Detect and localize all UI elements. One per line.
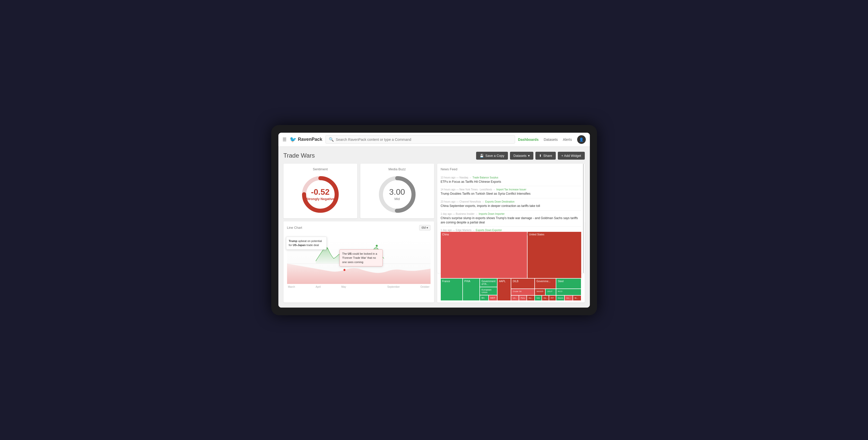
- treemap-un[interactable]: Un...: [511, 296, 519, 300]
- news-tag-5[interactable]: Exports Down Exporter: [475, 229, 502, 232]
- page-content: Trade Wars 💾 Save a Copy Datasets ▾ ⬆ Sh…: [278, 147, 590, 308]
- treemap-gov2-sub2: SSI De... FIT: [535, 296, 556, 300]
- share-icon: ⬆: [539, 154, 542, 158]
- buzz-title: Media Buzz: [389, 167, 406, 171]
- treemap-crude[interactable]: Crude Oil: [511, 289, 534, 295]
- treemap-container: China United States France: [441, 232, 581, 300]
- treemap-eu[interactable]: European Union: [480, 287, 497, 295]
- dropdown-icon: ▾: [528, 154, 530, 158]
- treemap-ba[interactable]: BA: [480, 295, 488, 300]
- treemap-sub-row: European Union: [480, 287, 497, 295]
- search-icon: 🔍: [329, 137, 334, 142]
- buzz-label: Mid: [395, 197, 400, 201]
- treemap-rco[interactable]: RCO: [556, 289, 581, 295]
- treemap-bi[interactable]: Bi...: [573, 296, 581, 300]
- logo: 🐦 RavenPack: [289, 136, 322, 143]
- time-selector[interactable]: 6M ▾: [419, 225, 430, 231]
- news-item-4[interactable]: 1 day ago — Business Insider → Imports D…: [441, 210, 581, 227]
- treemap-peru[interactable]: Peru: [519, 296, 527, 300]
- news-meta-5: 1 day ago — Edge Markets → Exports Down …: [441, 229, 581, 232]
- treemap-france[interactable]: France: [441, 279, 462, 300]
- page-header: Trade Wars 💾 Save a Copy Datasets ▾ ⬆ Sh…: [283, 152, 585, 160]
- treemap-small-row: Crude Oil: [511, 289, 534, 295]
- main-grid: Sentiment -0.52 Strongly Negative: [283, 164, 585, 303]
- datasets-button[interactable]: Datasets ▾: [510, 152, 533, 160]
- treemap-dilb-group: DILB Crude Oil Un...: [511, 279, 534, 300]
- save-icon: 💾: [480, 154, 484, 158]
- sentiment-widget: Sentiment -0.52 Strongly Negative: [283, 164, 357, 218]
- treemap-mdt[interactable]: MDT: [489, 295, 497, 300]
- news-item-1[interactable]: 13 hours ago — Nasdaq → Trade Balance Su…: [441, 174, 581, 186]
- buzz-value: 3.00: [389, 188, 405, 197]
- treemap-gov[interactable]: Government of th...: [480, 279, 497, 287]
- search-bar[interactable]: 🔍: [326, 135, 515, 144]
- treemap-dilb[interactable]: DILB: [511, 279, 534, 289]
- news-headline-3[interactable]: China September exports, imports in deep…: [441, 204, 581, 208]
- search-input[interactable]: [336, 137, 512, 142]
- scrollbar[interactable]: [583, 164, 584, 273]
- treemap-un2[interactable]: Un...: [565, 296, 572, 300]
- treemap-electr[interactable]: Electr...: [556, 296, 564, 300]
- buzz-donut: 3.00 Mid: [377, 174, 417, 215]
- treemap-row-1: China United States: [441, 232, 581, 278]
- news-headline-2[interactable]: Trump Doubles Tariffs on Turkish Steel a…: [441, 192, 581, 196]
- page-title: Trade Wars: [283, 152, 315, 159]
- treemap-row-2: France PHIA Government of th...: [441, 279, 581, 300]
- treemap-aapl[interactable]: AAPL: [497, 279, 511, 300]
- treemap-gov2[interactable]: Governme...: [535, 279, 556, 289]
- nav-datasets[interactable]: Datasets: [544, 137, 558, 142]
- treemap-small-row2: Un... Peru Go...: [511, 296, 534, 300]
- tooltip-trump: Trump upbeat on potential for US-Japan t…: [286, 237, 327, 249]
- tooltip-forever-war: The US could be locked in a 'Forever Tra…: [339, 249, 383, 267]
- news-headline-4[interactable]: China's surprise slump in exports shows …: [441, 216, 581, 225]
- nav-links: Dashboards Datasets Alerts 👤: [518, 135, 586, 144]
- news-meta-4: 1 day ago — Business Insider → Imports D…: [441, 212, 581, 215]
- treemap-steel-sub: RCO: [556, 289, 581, 295]
- save-copy-button[interactable]: 💾 Save a Copy: [476, 152, 508, 160]
- top-nav: ☰ 🐦 RavenPack 🔍 Dashboards Datasets Aler…: [278, 133, 590, 147]
- share-button[interactable]: ⬆ Share: [535, 152, 556, 160]
- treemap-gov-group: Government of th... European Union: [480, 279, 497, 300]
- treemap-de[interactable]: De...: [542, 296, 549, 300]
- logo-text: RavenPack: [298, 137, 322, 142]
- news-tag-3[interactable]: Exports Down Destination: [485, 200, 515, 203]
- sentiment-label: Strongly Negative: [306, 197, 334, 201]
- header-actions: 💾 Save a Copy Datasets ▾ ⬆ Share + Add W…: [476, 152, 585, 160]
- treemap-sub-row2: BA MDT: [480, 295, 497, 300]
- news-item-2[interactable]: 14 hours ago — New York Times · LexisNex…: [441, 186, 581, 198]
- svg-point-6: [343, 269, 345, 271]
- add-widget-button[interactable]: + Add Widget: [558, 152, 585, 160]
- treemap-gov2-sub: 500325 JOUT: [535, 289, 556, 295]
- news-tag-1[interactable]: Trade Balance Surplus: [472, 176, 498, 179]
- treemap-phia[interactable]: PHIA: [463, 279, 479, 300]
- treemap-go[interactable]: Go...: [527, 296, 534, 300]
- avatar[interactable]: 👤: [577, 135, 586, 144]
- nav-dashboards[interactable]: Dashboards: [518, 137, 539, 142]
- treemap-china[interactable]: China: [441, 232, 527, 278]
- logo-icon: 🐦: [289, 136, 297, 143]
- device-frame: ☰ 🐦 RavenPack 🔍 Dashboards Datasets Aler…: [271, 125, 597, 315]
- newsfeed-title: News Feed: [441, 167, 581, 171]
- treemap-steel-group: Steel RCO Electr...: [556, 279, 581, 300]
- treemap-fit[interactable]: FIT: [549, 296, 556, 300]
- linechart-widget: Line Chart 6M ▾ Trump upbeat on potentia…: [283, 222, 434, 303]
- treemap-united-states[interactable]: United States: [528, 232, 581, 278]
- treemap-jout[interactable]: JOUT: [546, 289, 556, 295]
- treemap-steel[interactable]: Steel: [556, 279, 581, 289]
- hamburger-icon[interactable]: ☰: [282, 137, 286, 142]
- sentiment-center: -0.52 Strongly Negative: [306, 188, 334, 201]
- news-tag-4[interactable]: Imports Down Importer: [479, 212, 505, 215]
- treemap-500325[interactable]: 500325: [535, 289, 545, 295]
- browser-chrome: ☰ 🐦 RavenPack 🔍 Dashboards Datasets Aler…: [278, 133, 590, 308]
- treemap-ssi[interactable]: SSI: [535, 296, 541, 300]
- buzz-center: 3.00 Mid: [389, 188, 405, 201]
- treemap-steel-sub2: Electr... Un... Bi...: [556, 296, 581, 300]
- news-item-3[interactable]: 23 hours ago — Channel NewsAsia → Export…: [441, 198, 581, 210]
- sentiment-title: Sentiment: [313, 167, 328, 171]
- news-meta-2: 14 hours ago — New York Times · LexisNex…: [441, 188, 581, 191]
- nav-alerts[interactable]: Alerts: [563, 137, 572, 142]
- news-headline-1[interactable]: ETFs in Focus as Tariffs Hit Chinese Exp…: [441, 180, 581, 184]
- news-meta-1: 13 hours ago — Nasdaq → Trade Balance Su…: [441, 176, 581, 179]
- treemap-widget: Sentiment Treemap China United States: [437, 222, 585, 303]
- news-tag-2[interactable]: Import Tax Increase Issuer: [496, 188, 527, 191]
